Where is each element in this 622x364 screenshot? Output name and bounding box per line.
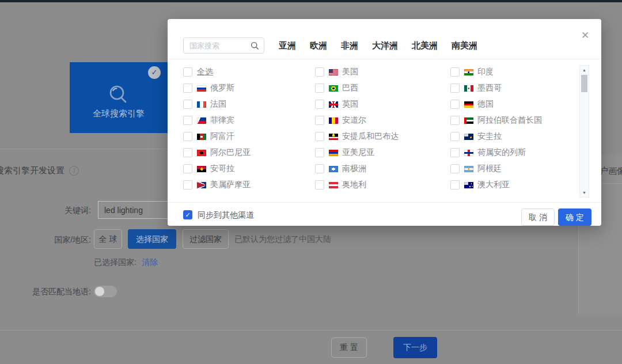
country-item[interactable]: 澳大利亚 bbox=[450, 177, 577, 193]
flag-icon-ad bbox=[329, 117, 338, 124]
checkbox[interactable] bbox=[315, 148, 324, 157]
country-label: 阿根廷 bbox=[477, 164, 502, 174]
tab-南美洲[interactable]: 南美洲 bbox=[452, 40, 477, 51]
confirm-button[interactable]: 确 定 bbox=[558, 208, 591, 226]
country-item[interactable]: 美国 bbox=[315, 64, 442, 80]
country-label: 巴西 bbox=[342, 83, 358, 93]
search-icon[interactable] bbox=[251, 41, 259, 52]
flag-icon-mx bbox=[464, 85, 473, 92]
sync-checkbox[interactable]: ✓ bbox=[183, 210, 192, 219]
tab-非洲[interactable]: 非洲 bbox=[341, 40, 358, 51]
checkbox[interactable] bbox=[450, 67, 460, 77]
country-label: 安道尔 bbox=[342, 115, 366, 126]
checkbox[interactable] bbox=[450, 84, 460, 93]
flag-icon-ph bbox=[197, 117, 206, 124]
checkbox[interactable] bbox=[450, 164, 460, 173]
channel-tile-global-search-engine[interactable]: ✓ 全球搜索引擎 bbox=[70, 62, 168, 133]
info-icon[interactable]: i bbox=[69, 166, 79, 176]
tab-亚洲[interactable]: 亚洲 bbox=[279, 40, 296, 51]
clear-link[interactable]: 清除 bbox=[142, 257, 158, 268]
country-item[interactable]: 菲律宾 bbox=[183, 112, 310, 128]
country-item[interactable]: 英国 bbox=[315, 96, 442, 112]
country-item[interactable]: 美属萨摩亚 bbox=[183, 177, 310, 193]
checkbox[interactable] bbox=[183, 84, 192, 93]
checkbox[interactable] bbox=[183, 100, 192, 109]
checkbox[interactable] bbox=[315, 180, 324, 189]
country-item[interactable]: 安圭拉 bbox=[450, 128, 577, 145]
close-icon[interactable]: ✕ bbox=[579, 29, 591, 42]
country-item[interactable]: 印度 bbox=[450, 64, 577, 80]
checkbox[interactable] bbox=[183, 132, 192, 141]
checkbox[interactable] bbox=[315, 100, 324, 109]
keyword-input[interactable]: led lighting bbox=[98, 201, 168, 219]
flag-icon-at bbox=[329, 182, 338, 188]
checkbox[interactable] bbox=[183, 180, 192, 189]
region-label: 国家/地区: bbox=[0, 235, 91, 245]
country-label: 南极洲 bbox=[342, 164, 366, 174]
country-label: 法国 bbox=[210, 99, 226, 109]
checkbox[interactable] bbox=[183, 148, 192, 157]
country-label: 墨西哥 bbox=[477, 83, 502, 93]
country-item[interactable]: 奥地利 bbox=[315, 177, 442, 193]
reset-button[interactable]: 重 置 bbox=[331, 338, 367, 358]
tab-欧洲[interactable]: 欧洲 bbox=[310, 40, 327, 51]
cancel-button[interactable]: 取 消 bbox=[521, 208, 555, 226]
country-item[interactable]: 墨西哥 bbox=[450, 80, 577, 96]
checkbox[interactable] bbox=[450, 148, 460, 157]
checkbox[interactable] bbox=[450, 116, 460, 125]
scrollbar[interactable]: ▲ ▼ bbox=[579, 65, 589, 198]
top-navigation-bar bbox=[0, 0, 622, 2]
checkbox[interactable] bbox=[450, 132, 460, 141]
country-item[interactable]: 安哥拉 bbox=[183, 161, 310, 177]
country-item[interactable]: 阿根廷 bbox=[450, 161, 577, 177]
checkbox[interactable] bbox=[450, 180, 460, 189]
flag-icon-as bbox=[197, 182, 206, 188]
country-label: 俄罗斯 bbox=[210, 83, 234, 93]
country-item[interactable]: 亚美尼亚 bbox=[315, 145, 442, 161]
country-label: 英国 bbox=[342, 99, 358, 109]
country-item[interactable]: 俄罗斯 bbox=[183, 80, 310, 96]
country-item[interactable]: 阿富汗 bbox=[183, 128, 310, 145]
section-title-text: 搜索引擎开发设置 bbox=[0, 165, 65, 176]
checkbox[interactable] bbox=[315, 84, 324, 93]
tab-北美洲[interactable]: 北美洲 bbox=[412, 40, 438, 51]
modal-footer-divider bbox=[168, 202, 601, 203]
scrollbar-up-arrow-icon[interactable]: ▲ bbox=[580, 68, 589, 72]
country-search-box bbox=[183, 37, 264, 54]
country-item[interactable]: 德国 bbox=[450, 96, 577, 112]
next-step-button[interactable]: 下一步 bbox=[393, 337, 437, 358]
checkbox[interactable] bbox=[183, 116, 192, 125]
checkbox[interactable] bbox=[315, 67, 324, 77]
region-select-country-button[interactable]: 选择国家 bbox=[128, 229, 176, 249]
tile-label: 全球搜索引擎 bbox=[70, 108, 168, 119]
country-item[interactable]: 荷属安的列斯 bbox=[450, 145, 577, 161]
check-icon: ✓ bbox=[185, 211, 190, 218]
keyword-label: 关键词: bbox=[0, 206, 91, 216]
country-item[interactable]: 法国 bbox=[183, 96, 310, 112]
checkbox[interactable] bbox=[315, 116, 324, 125]
checkbox[interactable] bbox=[315, 164, 324, 173]
region-global-button[interactable]: 全 球 bbox=[94, 229, 122, 249]
region-filter-country-button[interactable]: 过滤国家 bbox=[183, 229, 229, 249]
tab-大洋洲[interactable]: 大洋洲 bbox=[372, 40, 398, 51]
section-divider bbox=[0, 149, 168, 149]
modal-header-divider bbox=[168, 59, 601, 59]
country-item[interactable]: 安道尔 bbox=[315, 112, 442, 128]
country-item[interactable]: 巴西 bbox=[315, 80, 442, 96]
country-item[interactable]: 阿尔巴尼亚 bbox=[183, 145, 310, 161]
country-item[interactable]: 阿拉伯联合酋长国 bbox=[450, 112, 577, 128]
country-item[interactable]: 南极洲 bbox=[315, 161, 442, 177]
checkbox[interactable] bbox=[450, 100, 460, 109]
checkbox[interactable] bbox=[315, 132, 324, 141]
match-language-toggle[interactable] bbox=[94, 286, 117, 297]
select-all-item[interactable]: 全选 bbox=[183, 64, 310, 80]
country-label: 亚美尼亚 bbox=[342, 147, 374, 158]
country-item[interactable]: 安提瓜和巴布达 bbox=[315, 128, 442, 145]
section-title: 搜索引擎开发设置 i bbox=[0, 165, 79, 176]
scrollbar-thumb[interactable] bbox=[581, 75, 587, 92]
checkbox[interactable] bbox=[183, 67, 192, 77]
checkbox[interactable] bbox=[183, 164, 192, 173]
selected-check-badge: ✓ bbox=[148, 66, 161, 79]
country-label: 安提瓜和巴布达 bbox=[342, 131, 399, 142]
scrollbar-down-arrow-icon[interactable]: ▼ bbox=[580, 191, 589, 195]
